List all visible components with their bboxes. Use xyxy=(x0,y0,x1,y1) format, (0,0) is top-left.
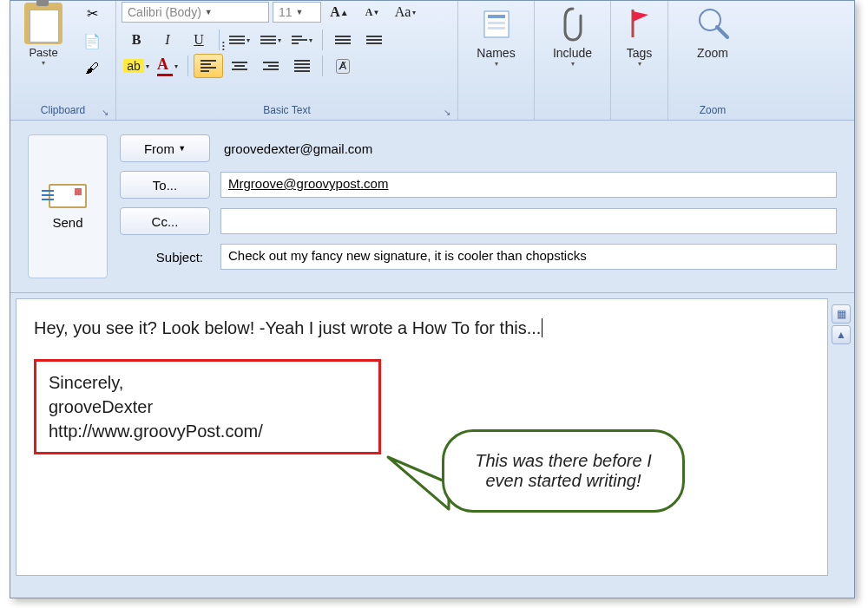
send-button[interactable]: Send xyxy=(28,134,108,278)
tags-button[interactable]: Tags ▾ xyxy=(616,3,662,68)
dropdown-icon: ▾ xyxy=(540,60,605,68)
increase-indent-button[interactable] xyxy=(359,28,389,52)
svg-rect-1 xyxy=(488,15,505,18)
cc-button[interactable]: Cc... xyxy=(120,207,210,235)
message-body[interactable]: Hey, you see it? Look below! -Yeah I jus… xyxy=(16,298,828,576)
signature-line-2: grooveDexter xyxy=(49,395,366,419)
dialog-launcher-icon[interactable]: ↘ xyxy=(444,108,456,120)
italic-button[interactable]: I xyxy=(153,28,182,52)
align-right-button[interactable] xyxy=(256,54,286,78)
body-line-1: Hey, you see it? Look below! -Yeah I jus… xyxy=(34,318,542,337)
highlight-button[interactable]: ab▾ xyxy=(122,54,151,78)
tags-label: Tags xyxy=(627,46,653,60)
dialog-launcher-icon[interactable]: ↘ xyxy=(102,108,114,120)
svg-line-6 xyxy=(717,27,727,37)
signature-line-3: http://www.groovyPost.com/ xyxy=(49,419,366,443)
group-label: Zoom xyxy=(668,104,757,120)
flag-icon xyxy=(621,4,658,42)
zoom-btn-label: Zoom xyxy=(697,46,728,60)
send-label: Send xyxy=(52,215,82,230)
cut-button[interactable]: ✂ xyxy=(80,3,104,23)
format-painter-button[interactable]: 🖌 xyxy=(80,58,104,79)
change-case-button[interactable]: Aa▾ xyxy=(391,0,420,24)
subject-label: Subject: xyxy=(120,250,210,265)
subject-input[interactable]: Check out my fancy new signature, it is … xyxy=(220,244,837,270)
include-label: Include xyxy=(553,46,592,60)
envelope-icon xyxy=(49,184,87,208)
bullets-button[interactable]: ▾ xyxy=(225,28,254,52)
svg-rect-2 xyxy=(488,22,505,24)
decrease-indent-button[interactable] xyxy=(328,28,358,52)
svg-rect-3 xyxy=(488,27,505,29)
include-button[interactable]: Include ▾ xyxy=(540,3,605,68)
scroll-up-button[interactable]: ▲ xyxy=(832,325,851,344)
multilevel-list-button[interactable]: ▾ xyxy=(287,28,317,52)
group-label: Clipboard xyxy=(10,104,115,120)
paperclip-icon xyxy=(555,4,591,42)
underline-button[interactable]: U xyxy=(184,28,214,52)
font-name-value: Calibri (Body) xyxy=(128,5,201,19)
shrink-font-button[interactable]: A▼ xyxy=(358,0,387,24)
paste-label: Paste xyxy=(29,46,57,59)
bold-button[interactable]: B xyxy=(122,28,151,52)
paste-button[interactable]: Paste ▾ xyxy=(16,3,71,67)
callout-text: This was there before I even started wri… xyxy=(475,451,651,490)
dropdown-icon: ▾ xyxy=(616,60,662,68)
to-input[interactable]: Mrgroove@groovypost.com xyxy=(220,172,837,198)
grow-font-button[interactable]: A▲ xyxy=(325,0,354,24)
names-button[interactable]: Names ▾ xyxy=(464,3,529,68)
font-size-combo[interactable]: 11▼ xyxy=(273,2,321,23)
dropdown-icon: ▾ xyxy=(16,59,71,67)
dropdown-icon: ▾ xyxy=(464,60,529,68)
from-value: groovedexter@gmail.com xyxy=(220,141,837,156)
group-tags: Tags ▾ xyxy=(611,1,668,120)
signature-highlight-box: Sincerely, grooveDexter http://www.groov… xyxy=(34,359,381,454)
copy-button[interactable]: 📄 xyxy=(80,30,104,51)
font-name-combo[interactable]: Calibri (Body)▼ xyxy=(122,2,269,23)
align-left-button[interactable] xyxy=(194,54,223,78)
group-zoom: Zoom Zoom xyxy=(668,1,757,120)
signature-line-1: Sincerely, xyxy=(49,370,366,395)
to-button[interactable]: To... xyxy=(120,171,210,199)
header-fields: From ▼ groovedexter@gmail.com To... Mrgr… xyxy=(120,134,837,278)
numbering-button[interactable]: ▾ xyxy=(256,28,286,52)
group-clipboard: Paste ▾ ✂ 📄 🖌 Clipboard ↘ xyxy=(10,1,116,120)
names-label: Names xyxy=(477,46,515,60)
from-button[interactable]: From ▼ xyxy=(120,134,210,162)
magnifier-icon xyxy=(694,4,731,42)
font-color-button[interactable]: A▾ xyxy=(153,54,182,78)
address-book-icon xyxy=(478,4,515,42)
group-basic-text: Calibri (Body)▼ 11▼ A▲ A▼ Aa▾ B I U ▾ ▾ … xyxy=(116,1,458,120)
cc-input[interactable] xyxy=(220,208,837,234)
clear-formatting-button[interactable]: A̸ xyxy=(328,54,358,78)
clipboard-icon xyxy=(24,3,62,44)
group-include: Include ▾ xyxy=(535,1,611,120)
align-center-button[interactable] xyxy=(225,54,254,78)
group-label: Basic Text xyxy=(116,104,457,120)
vertical-scroll-strip: ▦ ▲ xyxy=(832,304,852,344)
ribbon: Paste ▾ ✂ 📄 🖌 Clipboard ↘ Calibri (Body)… xyxy=(10,1,854,121)
group-names: Names ▾ xyxy=(458,1,535,120)
ruler-toggle-icon[interactable]: ▦ xyxy=(832,304,851,324)
compose-header: Send From ▼ groovedexter@gmail.com To...… xyxy=(10,121,854,293)
annotation-callout: This was there before I even started wri… xyxy=(442,429,685,513)
font-size-value: 11 xyxy=(279,5,293,19)
justify-button[interactable] xyxy=(287,54,317,78)
zoom-button[interactable]: Zoom xyxy=(674,3,752,60)
outlook-compose-window: Paste ▾ ✂ 📄 🖌 Clipboard ↘ Calibri (Body)… xyxy=(10,0,855,598)
